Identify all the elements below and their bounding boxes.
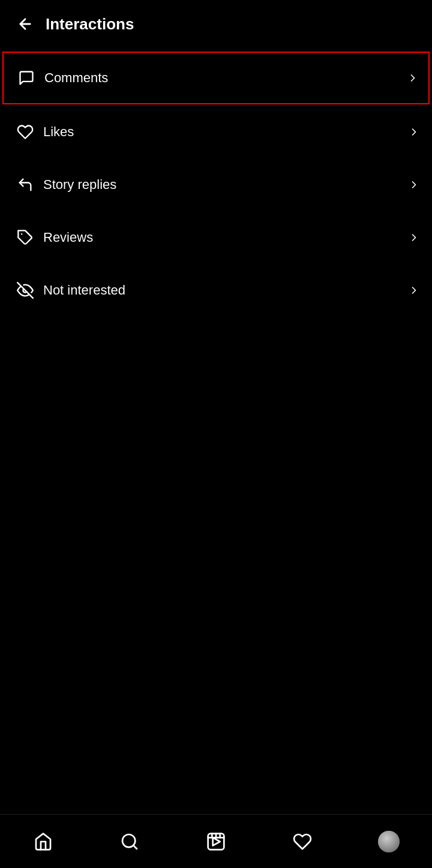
menu-item-likes[interactable]: Likes bbox=[0, 106, 432, 158]
header: Interactions bbox=[0, 0, 432, 48]
profile-avatar bbox=[378, 831, 400, 852]
menu-item-story-replies-label: Story replies bbox=[43, 177, 408, 193]
comment-icon bbox=[13, 65, 40, 91]
reels-icon bbox=[206, 832, 226, 851]
chevron-right-icon bbox=[408, 232, 420, 244]
chevron-right-icon bbox=[408, 179, 420, 191]
menu-item-likes-label: Likes bbox=[43, 124, 408, 140]
menu-item-story-replies[interactable]: Story replies bbox=[0, 158, 432, 211]
menu-item-reviews[interactable]: Reviews bbox=[0, 211, 432, 264]
nav-home-button[interactable] bbox=[0, 815, 86, 868]
chevron-right-icon bbox=[408, 284, 420, 296]
page-title: Interactions bbox=[46, 15, 134, 34]
menu-item-comments[interactable]: Comments bbox=[2, 52, 430, 104]
back-button[interactable] bbox=[12, 11, 38, 37]
chevron-right-icon bbox=[407, 72, 419, 84]
menu-item-reviews-label: Reviews bbox=[43, 230, 408, 245]
nav-reels-button[interactable] bbox=[173, 815, 259, 868]
home-icon bbox=[34, 832, 53, 851]
bottom-navigation bbox=[0, 814, 432, 868]
not-interested-icon bbox=[12, 277, 38, 304]
nav-activity-button[interactable] bbox=[259, 815, 346, 868]
heart-nav-icon bbox=[293, 832, 312, 851]
nav-search-button[interactable] bbox=[86, 815, 173, 868]
chevron-right-icon bbox=[408, 126, 420, 138]
search-icon bbox=[120, 832, 139, 851]
svg-line-3 bbox=[133, 845, 137, 849]
heart-icon bbox=[12, 119, 38, 145]
menu-item-not-interested[interactable]: Not interested bbox=[0, 264, 432, 317]
nav-profile-button[interactable] bbox=[346, 815, 432, 868]
menu-item-not-interested-label: Not interested bbox=[43, 283, 408, 298]
reply-icon bbox=[12, 172, 38, 198]
tag-icon bbox=[12, 224, 38, 251]
menu-list: Comments Likes Story replies bbox=[0, 48, 432, 319]
menu-item-comments-label: Comments bbox=[44, 70, 407, 86]
